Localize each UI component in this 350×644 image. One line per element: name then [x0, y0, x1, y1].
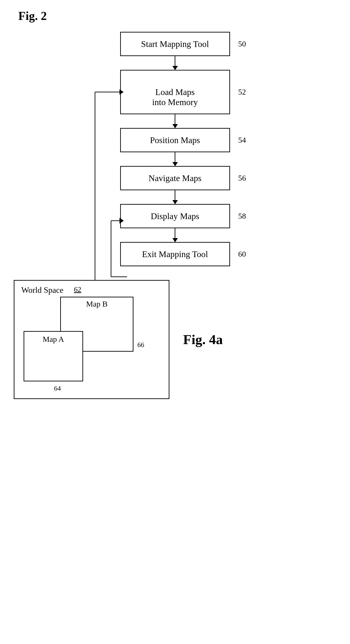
start-box: Start Mapping Tool: [120, 32, 230, 56]
display-label: Display Maps: [150, 211, 199, 221]
arrow-load-position: [175, 114, 175, 128]
load-node-row: Load Maps into Memory 52: [120, 70, 230, 114]
navigate-ref: 56: [238, 174, 246, 182]
position-label: Position Maps: [150, 135, 200, 145]
navigate-box: Navigate Maps: [120, 166, 230, 190]
map-a-box: Map A 64: [24, 331, 83, 382]
map-a-label: Map A: [24, 332, 82, 344]
display-node-row: Display Maps 58: [120, 204, 230, 228]
world-space-label: World Space: [21, 285, 64, 295]
exit-box: Exit Mapping Tool: [120, 242, 230, 266]
flow-rows: Start Mapping Tool 50 Load Maps into Mem…: [72, 32, 278, 266]
arrow-start-load: [175, 56, 175, 70]
world-space-container: World Space 62 Map B 66 Map A 64: [14, 280, 170, 399]
start-node-row: Start Mapping Tool 50: [120, 32, 230, 56]
exit-node-row: Exit Mapping Tool 60: [120, 242, 230, 266]
arrow-position-navigate: [175, 152, 175, 166]
exit-label: Exit Mapping Tool: [142, 249, 208, 259]
navigate-node-row: Navigate Maps 56: [120, 166, 230, 190]
position-box: Position Maps: [120, 128, 230, 152]
display-box: Display Maps: [120, 204, 230, 228]
fig4a-label: Fig. 4a: [183, 332, 223, 348]
arrow-display-exit: [175, 228, 175, 242]
position-node-row: Position Maps 54: [120, 128, 230, 152]
fig4a-section: World Space 62 Map B 66 Map A 64 Fig. 4a: [14, 280, 336, 399]
flowchart: Start Mapping Tool 50 Load Maps into Mem…: [72, 32, 278, 266]
map-a-ref: 64: [54, 384, 61, 392]
map-b-label: Map B: [61, 298, 133, 308]
display-ref: 58: [238, 212, 246, 220]
map-b-ref: 66: [137, 341, 144, 349]
start-label: Start Mapping Tool: [141, 39, 209, 49]
start-ref: 50: [238, 40, 246, 48]
navigate-label: Navigate Maps: [148, 173, 202, 183]
world-space-ref: 62: [74, 285, 81, 294]
load-ref: 52: [238, 88, 246, 96]
load-label: Load Maps into Memory: [152, 87, 198, 107]
load-box: Load Maps into Memory: [120, 70, 230, 114]
position-ref: 54: [238, 136, 246, 144]
arrow-navigate-display: [175, 190, 175, 204]
exit-ref: 60: [238, 250, 246, 258]
fig2-label: Fig. 2: [18, 9, 336, 23]
